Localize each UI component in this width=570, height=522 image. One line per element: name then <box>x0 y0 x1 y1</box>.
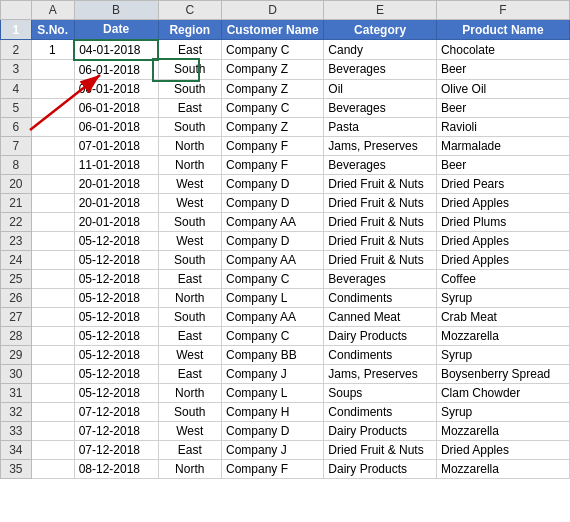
sno-cell[interactable] <box>31 117 74 136</box>
sno-cell[interactable] <box>31 231 74 250</box>
sno-cell[interactable] <box>31 193 74 212</box>
region-cell[interactable]: East <box>158 98 221 117</box>
category-cell[interactable]: Canned Meat <box>324 307 437 326</box>
category-cell[interactable]: Dried Fruit & Nuts <box>324 440 437 459</box>
date-cell[interactable]: 08-12-2018 <box>74 459 158 478</box>
region-cell[interactable]: West <box>158 345 221 364</box>
customer-cell[interactable]: Company AA <box>222 250 324 269</box>
customer-cell[interactable]: Company AA <box>222 212 324 231</box>
sno-cell[interactable]: 1 <box>31 40 74 60</box>
sno-cell[interactable] <box>31 98 74 117</box>
region-cell[interactable]: South <box>158 212 221 231</box>
product-cell[interactable]: Dried Plums <box>436 212 569 231</box>
product-cell[interactable]: Coffee <box>436 269 569 288</box>
date-cell[interactable]: 20-01-2018 <box>74 193 158 212</box>
category-cell[interactable]: Beverages <box>324 60 437 80</box>
region-cell[interactable]: North <box>158 383 221 402</box>
customer-cell[interactable]: Company J <box>222 440 324 459</box>
product-cell[interactable]: Dried Apples <box>436 231 569 250</box>
product-cell[interactable]: Syrup <box>436 345 569 364</box>
date-cell[interactable]: 11-01-2018 <box>74 155 158 174</box>
sno-cell[interactable] <box>31 307 74 326</box>
customer-cell[interactable]: Company D <box>222 231 324 250</box>
customer-cell[interactable]: Company C <box>222 269 324 288</box>
date-cell[interactable]: 20-01-2018 <box>74 212 158 231</box>
category-cell[interactable]: Pasta <box>324 117 437 136</box>
category-cell[interactable]: Dairy Products <box>324 459 437 478</box>
product-cell[interactable]: Syrup <box>436 402 569 421</box>
category-cell[interactable]: Dairy Products <box>324 421 437 440</box>
customer-cell[interactable]: Company D <box>222 421 324 440</box>
category-cell[interactable]: Jams, Preserves <box>324 364 437 383</box>
region-cell[interactable]: East <box>158 40 221 60</box>
customer-cell[interactable]: Company BB <box>222 345 324 364</box>
sno-cell[interactable] <box>31 155 74 174</box>
date-cell[interactable]: 06-01-2018 <box>74 79 158 98</box>
date-cell[interactable]: 05-12-2018 <box>74 307 158 326</box>
sno-cell[interactable] <box>31 174 74 193</box>
category-cell[interactable]: Condiments <box>324 288 437 307</box>
date-cell[interactable]: 05-12-2018 <box>74 383 158 402</box>
category-cell[interactable]: Condiments <box>324 345 437 364</box>
product-cell[interactable]: Beer <box>436 98 569 117</box>
date-cell[interactable]: 07-12-2018 <box>74 421 158 440</box>
date-cell[interactable]: 07-12-2018 <box>74 402 158 421</box>
customer-cell[interactable]: Company F <box>222 155 324 174</box>
product-cell[interactable]: Beer <box>436 60 569 80</box>
category-cell[interactable]: Oil <box>324 79 437 98</box>
product-cell[interactable]: Clam Chowder <box>436 383 569 402</box>
sno-cell[interactable] <box>31 212 74 231</box>
col-header-a[interactable]: A <box>31 1 74 20</box>
customer-cell[interactable]: Company Z <box>222 117 324 136</box>
col-header-d[interactable]: D <box>222 1 324 20</box>
customer-cell[interactable]: Company F <box>222 136 324 155</box>
region-cell[interactable]: West <box>158 174 221 193</box>
date-cell[interactable]: 05-12-2018 <box>74 288 158 307</box>
product-cell[interactable]: Olive Oil <box>436 79 569 98</box>
category-cell[interactable]: Condiments <box>324 402 437 421</box>
customer-cell[interactable]: Company C <box>222 98 324 117</box>
region-cell[interactable]: West <box>158 193 221 212</box>
date-cell[interactable]: 06-01-2018 <box>74 117 158 136</box>
customer-cell[interactable]: Company D <box>222 174 324 193</box>
sno-cell[interactable] <box>31 136 74 155</box>
category-cell[interactable]: Dried Fruit & Nuts <box>324 174 437 193</box>
date-cell[interactable]: 05-12-2018 <box>74 345 158 364</box>
product-cell[interactable]: Boysenberry Spread <box>436 364 569 383</box>
region-cell[interactable]: East <box>158 326 221 345</box>
region-cell[interactable]: North <box>158 288 221 307</box>
region-cell[interactable]: South <box>158 402 221 421</box>
product-cell[interactable]: Beer <box>436 155 569 174</box>
product-cell[interactable]: Mozzarella <box>436 459 569 478</box>
sno-cell[interactable] <box>31 269 74 288</box>
region-cell[interactable]: North <box>158 136 221 155</box>
date-cell[interactable]: 07-01-2018 <box>74 136 158 155</box>
customer-cell[interactable]: Company Z <box>222 79 324 98</box>
customer-cell[interactable]: Company H <box>222 402 324 421</box>
region-cell[interactable]: West <box>158 231 221 250</box>
customer-cell[interactable]: Company C <box>222 40 324 60</box>
col-header-c[interactable]: C <box>158 1 221 20</box>
category-cell[interactable]: Beverages <box>324 269 437 288</box>
category-cell[interactable]: Dried Fruit & Nuts <box>324 193 437 212</box>
customer-cell[interactable]: Company D <box>222 193 324 212</box>
category-cell[interactable]: Dried Fruit & Nuts <box>324 212 437 231</box>
customer-cell[interactable]: Company J <box>222 364 324 383</box>
date-cell[interactable]: 05-12-2018 <box>74 326 158 345</box>
sno-cell[interactable] <box>31 402 74 421</box>
product-cell[interactable]: Chocolate <box>436 40 569 60</box>
sno-cell[interactable] <box>31 364 74 383</box>
product-cell[interactable]: Dried Apples <box>436 250 569 269</box>
date-cell[interactable]: 06-01-2018 <box>74 60 158 80</box>
date-cell[interactable]: 05-12-2018 <box>74 269 158 288</box>
customer-cell[interactable]: Company L <box>222 383 324 402</box>
region-cell[interactable]: North <box>158 155 221 174</box>
sno-cell[interactable] <box>31 326 74 345</box>
product-cell[interactable]: Mozzarella <box>436 421 569 440</box>
category-cell[interactable]: Dried Fruit & Nuts <box>324 250 437 269</box>
region-cell[interactable]: West <box>158 421 221 440</box>
category-cell[interactable]: Dairy Products <box>324 326 437 345</box>
date-cell[interactable]: 07-12-2018 <box>74 440 158 459</box>
sno-cell[interactable] <box>31 288 74 307</box>
region-cell[interactable]: East <box>158 364 221 383</box>
